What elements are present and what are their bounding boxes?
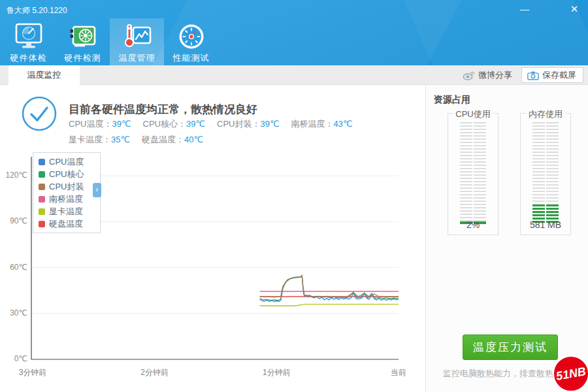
legend-expand-arrow[interactable]: › <box>93 183 101 197</box>
hardware-detect-icon <box>68 22 98 52</box>
legend-series-name: 硬盘温度 <box>49 218 83 230</box>
y-axis-tick-label: 60℃ <box>0 263 27 272</box>
legend-series-name: CPU封装 <box>49 181 84 193</box>
app-title: 鲁大师 5.20.1220 <box>7 5 67 16</box>
reading-value: 39℃ <box>260 119 279 129</box>
save-screenshot-button[interactable]: 保存截屏 <box>521 67 583 83</box>
camera-icon <box>527 71 539 80</box>
legend-series-name: 显卡温度 <box>49 206 83 218</box>
gauge-divider <box>545 122 546 224</box>
resource-usage-header: 资源占用 <box>434 94 470 106</box>
x-axis-tick-label: 2分钟前 <box>140 367 169 378</box>
gauge-bar <box>460 122 486 224</box>
reading-label: 硬盘温度： <box>142 135 184 144</box>
nav-item-label: 温度管理 <box>110 52 164 64</box>
status-title: 目前各硬件温度均正常，散热情况良好 <box>69 102 257 117</box>
legend-color-swatch <box>39 159 45 165</box>
weibo-share-button[interactable]: 微博分享 <box>463 65 512 85</box>
hardware-checkup-icon <box>14 22 44 52</box>
legend-color-swatch <box>39 221 45 227</box>
reading-label: CPU核心： <box>143 119 186 129</box>
reading-label: CPU温度： <box>69 119 112 129</box>
temperature-reading: 硬盘温度：40℃ <box>142 135 203 144</box>
temperature-chart: CPU温度CPU核心CPU封装南桥温度显卡温度硬盘温度 › 0℃30℃60℃90… <box>0 149 431 392</box>
legend-item: CPU核心 <box>39 168 100 180</box>
reading-value: 39℃ <box>112 119 131 129</box>
title-header: 鲁大师 5.20.1220 — ✕ 硬件体检硬件检测温度管理性能测试 <box>0 0 588 65</box>
reading-label: 显卡温度： <box>69 135 111 144</box>
badge-text: 51NB <box>555 365 587 384</box>
resource-sidebar: 资源占用 温度压力测试 监控电脑散热能力，排查散热故障 CPU使用2%内存使用5… <box>425 85 588 392</box>
close-button[interactable]: ✕ <box>564 1 584 17</box>
sidebar-caption: 监控电脑散热能力，排查散热故障 <box>443 368 570 380</box>
weibo-icon <box>463 70 475 80</box>
gauge-label: CPU使用 <box>453 108 493 120</box>
temperature-reading: CPU温度：39℃ <box>69 119 131 129</box>
gauge-value: 581 MB <box>521 220 570 230</box>
gauge-value: 2% <box>448 220 498 230</box>
app-window: 鲁大师 5.20.1220 — ✕ 硬件体检硬件检测温度管理性能测试 温度监控 … <box>0 0 588 392</box>
temperature-reading: CPU封装：39℃ <box>217 119 280 129</box>
reading-value: 39℃ <box>186 119 205 129</box>
reading-label: CPU封装： <box>217 119 260 129</box>
y-axis-tick-label: 0℃ <box>0 354 27 363</box>
reading-value: 40℃ <box>184 135 203 144</box>
temperature-readings-line2: 显卡温度：35℃硬盘温度：40℃ <box>69 134 215 146</box>
temperature-manage-icon <box>122 22 152 52</box>
x-axis-tick-label: 1分钟前 <box>263 367 291 378</box>
legend-series-name: CPU核心 <box>49 169 84 180</box>
legend-color-swatch <box>39 171 45 178</box>
temperature-reading: 显卡温度：35℃ <box>69 135 130 144</box>
legend-series-name: CPU温度 <box>49 156 84 168</box>
nav-item-label: 硬件体检 <box>1 52 56 64</box>
toolbar-nav: 硬件体检硬件检测温度管理性能测试 <box>1 18 218 65</box>
reading-label: 南桥温度： <box>291 119 334 129</box>
legend-item: CPU封装 <box>39 180 100 193</box>
51nb-watermark-badge: 51NB <box>553 355 588 392</box>
temperature-reading: CPU核心：39℃ <box>143 119 206 129</box>
save-screenshot-label: 保存截屏 <box>542 69 576 81</box>
gauge-label: 内存使用 <box>526 108 565 120</box>
x-axis-tick-label: 3分钟前 <box>19 367 47 378</box>
chart-legend: CPU温度CPU核心CPU封装南桥温度显卡温度硬盘温度 <box>33 152 101 233</box>
tab-temperature-monitor[interactable]: 温度监控 <box>8 65 80 86</box>
nav-item-1[interactable]: 硬件体检 <box>1 18 56 65</box>
legend-color-swatch <box>39 184 45 190</box>
nav-item-2[interactable]: 硬件检测 <box>56 18 110 65</box>
y-axis-tick-label: 30℃ <box>0 308 27 318</box>
status-check-icon <box>22 96 57 131</box>
legend-series-name: 南桥温度 <box>49 193 83 205</box>
reading-value: 43℃ <box>334 119 353 129</box>
x-axis-tick-label: 当前 <box>391 367 406 378</box>
gauge-bar <box>532 122 559 224</box>
temperature-stress-test-button[interactable]: 温度压力测试 <box>463 335 558 360</box>
legend-item: CPU温度 <box>39 155 100 168</box>
temperature-readings-line1: CPU温度：39℃CPU核心：39℃CPU封装：39℃南桥温度：43℃ <box>69 118 365 130</box>
legend-item: 硬盘温度 <box>39 218 100 230</box>
temperature-reading: 南桥温度：43℃ <box>291 119 353 129</box>
minimize-button[interactable]: — <box>515 1 534 17</box>
nav-item-4[interactable]: 性能测试 <box>164 18 218 65</box>
legend-color-swatch <box>39 196 45 203</box>
nav-item-label: 硬件检测 <box>56 52 110 64</box>
nav-item-label: 性能测试 <box>164 52 218 64</box>
nav-item-3[interactable]: 温度管理 <box>110 18 164 65</box>
tab-strip: 温度监控 微博分享 保存截屏 <box>0 65 588 85</box>
memory-usage-gauge: 内存使用581 MB <box>520 113 571 235</box>
performance-test-icon <box>176 22 206 52</box>
legend-color-swatch <box>39 208 45 215</box>
y-axis-tick-label: 90℃ <box>0 216 27 225</box>
y-axis-tick-label: 120℃ <box>0 171 27 180</box>
cpu-usage-gauge: CPU使用2% <box>448 113 498 235</box>
legend-item: 南桥温度 <box>39 193 100 205</box>
weibo-share-label: 微博分享 <box>478 69 512 81</box>
legend-item: 显卡温度 <box>39 205 100 218</box>
gauge-divider <box>472 122 474 224</box>
reading-value: 35℃ <box>111 135 130 144</box>
